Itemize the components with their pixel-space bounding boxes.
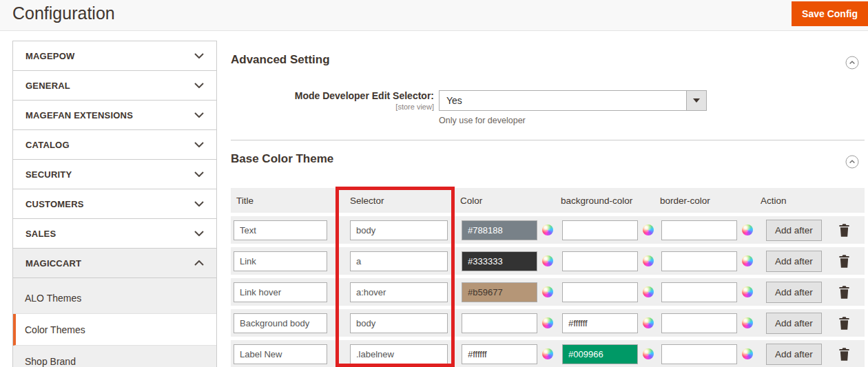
table-row: Add after [231,340,865,367]
collapse-section-icon[interactable] [845,155,859,169]
selector-input[interactable] [350,251,448,271]
title-input[interactable] [234,282,327,302]
sidebar-item-catalog[interactable]: CATALOG [13,130,216,160]
add-after-button[interactable]: Add after [766,220,822,241]
trash-icon[interactable] [838,224,850,237]
column-header-border-color: border-color [654,196,755,206]
sidebar-subitem-color-themes[interactable]: Color Themes [13,314,216,346]
mode-developer-field-row: Mode Developer Edit Selector: [store vie… [231,90,865,125]
color-wheel-icon[interactable] [742,286,753,297]
add-after-button[interactable]: Add after [766,282,822,303]
color-wheel-icon[interactable] [643,224,654,235]
trash-icon[interactable] [838,255,850,268]
color-wheel-icon[interactable] [742,255,753,266]
column-header-background-color: background-color [555,196,654,206]
background-color-input[interactable] [562,313,638,333]
selector-input[interactable] [350,344,448,364]
color-wheel-icon[interactable] [742,317,753,328]
chevron-down-icon [194,83,204,88]
color-wheel-icon[interactable] [643,286,654,297]
sidebar-item-magepow[interactable]: MAGEPOW [13,41,216,71]
selector-input[interactable] [350,220,448,240]
select-value: Yes [446,95,462,106]
magiccart-subitems: ALO Themes Color Themes Shop Brand [13,278,216,367]
column-header-color: Color [455,196,555,206]
border-color-input[interactable] [661,344,737,364]
sidebar-subitem-alo-themes[interactable]: ALO Themes [13,282,216,314]
background-color-input[interactable] [562,251,638,271]
color-wheel-icon[interactable] [542,286,553,297]
page-header: Configuration Save Config [0,0,868,31]
color-wheel-icon[interactable] [542,317,553,328]
chevron-down-icon [194,231,204,236]
add-after-button[interactable]: Add after [766,313,822,334]
add-after-button[interactable]: Add after [766,344,822,365]
title-input[interactable] [234,220,327,240]
color-wheel-icon[interactable] [643,255,654,266]
main-content: Advanced Setting Mode Developer Edit Sel… [231,41,865,367]
section-divider [231,140,865,140]
title-input[interactable] [234,344,327,364]
base-color-theme-table: Title Selector Color background-color bo… [231,188,865,367]
sidebar-item-label: MAGEPOW [25,51,74,61]
sidebar-item-customers[interactable]: CUSTOMERS [13,189,216,219]
sidebar-item-sales[interactable]: SALES [13,219,216,249]
sidebar-item-security[interactable]: SECURITY [13,160,216,189]
page-title: Configuration [12,3,115,23]
table-row: Add after [231,247,865,275]
save-config-button[interactable]: Save Config [792,1,868,26]
border-color-input[interactable] [661,220,737,240]
color-wheel-icon[interactable] [643,317,654,328]
sidebar-item-label: CUSTOMERS [25,199,84,209]
sidebar-item-label: MAGEFAN EXTENSIONS [25,110,133,120]
color-wheel-icon[interactable] [542,348,553,359]
chevron-up-icon [194,260,204,266]
color-wheel-icon[interactable] [643,348,654,359]
title-input[interactable] [234,313,327,333]
selector-input[interactable] [350,282,448,302]
trash-icon[interactable] [838,348,850,361]
trash-icon[interactable] [838,286,850,299]
field-label: Mode Developer Edit Selector: [231,90,434,102]
trash-icon[interactable] [838,317,850,330]
mode-developer-select[interactable]: Yes [439,90,707,111]
color-input[interactable] [462,282,537,302]
border-color-input[interactable] [661,251,737,271]
color-input[interactable] [462,313,537,333]
sidebar-item-magefan-extensions[interactable]: MAGEFAN EXTENSIONS [13,101,216,130]
field-note: Only use for developer [439,116,707,125]
sidebar-item-label: SALES [25,229,56,239]
color-wheel-icon[interactable] [742,348,753,359]
background-color-input[interactable] [562,344,638,364]
field-scope-label: [store view] [231,103,434,111]
sidebar-subitem-shop-brand[interactable]: Shop Brand [13,346,216,367]
sidebar-item-label: GENERAL [25,81,70,91]
title-input[interactable] [234,251,327,271]
border-color-input[interactable] [661,282,737,302]
sidebar-item-general[interactable]: GENERAL [13,71,216,101]
table-row: Add after [231,278,865,306]
background-color-input[interactable] [562,282,638,302]
chevron-down-icon [194,112,204,118]
chevron-down-icon [194,53,204,59]
color-wheel-icon[interactable] [542,224,553,235]
color-wheel-icon[interactable] [542,255,553,266]
color-input[interactable] [462,251,537,271]
base-color-theme-title: Base Color Theme [231,152,333,166]
color-input[interactable] [462,220,537,240]
column-header-action: Action [755,196,823,206]
advanced-setting-title: Advanced Setting [231,53,330,67]
color-input[interactable] [462,344,537,364]
config-sidebar: MAGEPOW GENERAL MAGEFAN EXTENSIONS CATAL… [12,41,217,367]
sidebar-item-magiccart[interactable]: MAGICCART [13,249,216,278]
dropdown-arrow-icon[interactable] [686,91,706,110]
color-wheel-icon[interactable] [742,224,753,235]
background-color-input[interactable] [562,220,638,240]
selector-input[interactable] [350,313,448,333]
add-after-button[interactable]: Add after [766,251,822,272]
border-color-input[interactable] [661,313,737,333]
table-header-row: Title Selector Color background-color bo… [231,188,865,213]
chevron-down-icon [194,201,204,207]
collapse-section-icon[interactable] [845,56,859,70]
table-row: Add after [231,216,865,244]
